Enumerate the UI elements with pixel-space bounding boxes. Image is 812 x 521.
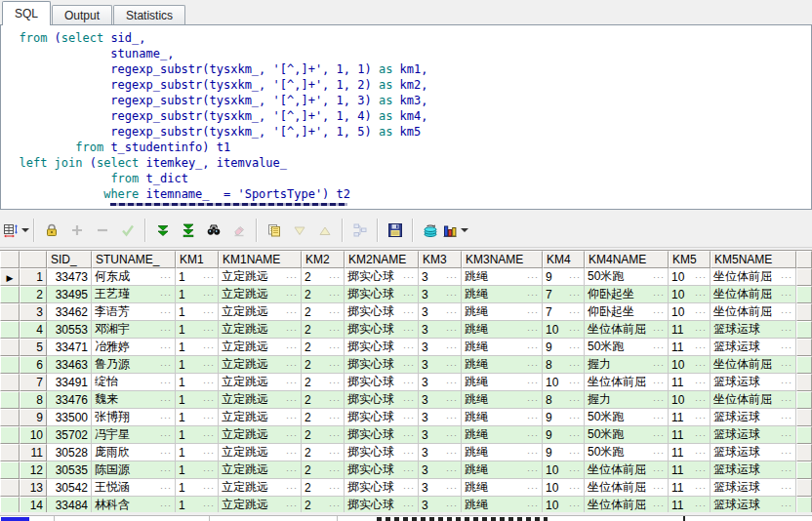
cell-sid[interactable]: 30553	[47, 321, 92, 339]
cell-browse-button[interactable]: ···	[327, 342, 341, 352]
cell-km3[interactable]: 3···	[419, 479, 462, 497]
cell-browse-button[interactable]: ···	[525, 272, 539, 282]
cell-km5[interactable]: 10···	[669, 268, 710, 286]
cell-browse-button[interactable]: ···	[693, 307, 707, 317]
cell-km3name[interactable]: 跳绳···	[462, 461, 543, 479]
chart-button[interactable]	[443, 218, 468, 243]
cell-browse-button[interactable]: ···	[444, 307, 458, 317]
fetch-all-records-button[interactable]	[176, 218, 201, 243]
cell-browse-button[interactable]: ···	[567, 360, 581, 370]
copy-export-button[interactable]	[262, 218, 287, 243]
cell-km5name[interactable]: 坐位体前屈···	[710, 391, 796, 409]
cell-browse-button[interactable]: ···	[284, 325, 298, 335]
cell-km2[interactable]: 2···	[302, 374, 345, 391]
cell-browse-button[interactable]: ···	[525, 307, 539, 317]
cell-browse-button[interactable]: ···	[779, 413, 792, 422]
cell-km1name[interactable]: 立定跳远···	[219, 461, 302, 479]
cell-km3name[interactable]: 跳绳···	[462, 479, 543, 497]
cell-km3name[interactable]: 跳绳···	[462, 409, 543, 426]
cell-stuname[interactable]: 绽怡···	[92, 374, 176, 391]
cell-browse-button[interactable]: ···	[158, 307, 172, 317]
cell-browse-button[interactable]: ···	[779, 395, 792, 405]
cell-browse-button[interactable]: ···	[327, 430, 341, 440]
cell-browse-button[interactable]: ···	[567, 272, 581, 282]
cell-km1name[interactable]: 立定跳远···	[219, 426, 302, 444]
cell-km1name[interactable]: 立定跳远···	[219, 497, 302, 512]
row-selector[interactable]	[0, 321, 20, 339]
fetch-next-page-button[interactable]	[150, 218, 176, 243]
cell-km2name[interactable]: 掷实心球···	[345, 303, 419, 321]
cell-browse-button[interactable]: ···	[567, 430, 581, 440]
cell-stuname[interactable]: 冶雅婷···	[92, 339, 176, 356]
cell-browse-button[interactable]: ···	[567, 307, 581, 317]
cell-browse-button[interactable]: ···	[284, 360, 298, 370]
cell-browse-button[interactable]: ···	[651, 430, 665, 440]
row-selector[interactable]	[0, 461, 20, 479]
cell-browse-button[interactable]: ···	[651, 272, 665, 282]
cell-browse-button[interactable]: ···	[779, 342, 792, 352]
cell-stuname[interactable]: 李语芳···	[92, 303, 176, 321]
cell-km4name[interactable]: 坐位体前屈···	[585, 461, 669, 479]
cell-km5[interactable]: 11···	[669, 461, 710, 479]
cell-stuname[interactable]: 鲁乃源···	[92, 356, 176, 374]
cell-km5name[interactable]: 篮球运球···	[710, 321, 796, 339]
cell-km2name[interactable]: 掷实心球···	[345, 374, 419, 391]
sql-code[interactable]: from (select sid_, stuname_, regexp_subs…	[1, 25, 811, 202]
column-header-km1[interactable]: KM1	[176, 251, 219, 268]
cell-browse-button[interactable]: ···	[444, 430, 458, 440]
cell-browse-button[interactable]: ···	[284, 307, 298, 317]
cell-sid[interactable]: 35702	[47, 426, 92, 444]
cell-browse-button[interactable]: ···	[693, 465, 707, 475]
cell-km4name[interactable]: 握力···	[585, 391, 669, 409]
cell-km1name[interactable]: 立定跳远···	[219, 321, 302, 339]
cell-browse-button[interactable]: ···	[444, 325, 458, 335]
cell-browse-button[interactable]: ···	[525, 290, 539, 300]
cell-browse-button[interactable]: ···	[201, 325, 215, 335]
cell-sid[interactable]: 30535	[47, 461, 92, 479]
cell-km2name[interactable]: 掷实心球···	[345, 356, 419, 374]
cell-km3name[interactable]: 跳绳···	[462, 391, 543, 409]
cell-browse-button[interactable]: ···	[693, 272, 707, 282]
cell-km2name[interactable]: 掷实心球···	[345, 321, 419, 339]
row-selector[interactable]	[0, 497, 20, 512]
cell-browse-button[interactable]: ···	[401, 483, 415, 493]
cell-km1[interactable]: 1···	[176, 444, 219, 461]
cell-browse-button[interactable]: ···	[401, 342, 415, 352]
cell-km4[interactable]: 8···	[543, 356, 585, 374]
cell-km5[interactable]: 11···	[669, 479, 710, 497]
cell-browse-button[interactable]: ···	[158, 342, 172, 352]
cell-browse-button[interactable]: ···	[158, 430, 172, 440]
cell-browse-button[interactable]: ···	[444, 465, 458, 475]
cell-browse-button[interactable]: ···	[201, 430, 215, 440]
cell-browse-button[interactable]: ···	[327, 413, 341, 422]
cell-km4[interactable]: 8···	[543, 391, 585, 409]
cell-km4name[interactable]: 50米跑···	[585, 339, 669, 356]
cell-browse-button[interactable]: ···	[525, 378, 539, 387]
cell-km3name[interactable]: 跳绳···	[462, 374, 543, 391]
cell-stuname[interactable]: 林科含···	[92, 497, 176, 512]
cell-km2name[interactable]: 掷实心球···	[345, 426, 419, 444]
cell-km2name[interactable]: 掷实心球···	[345, 479, 419, 497]
cell-km3[interactable]: 3···	[419, 303, 462, 321]
cell-browse-button[interactable]: ···	[779, 272, 792, 282]
cell-km1[interactable]: 1···	[176, 497, 219, 512]
cell-stuname[interactable]: 魏来···	[92, 391, 176, 409]
cell-browse-button[interactable]: ···	[401, 448, 415, 458]
cell-browse-button[interactable]: ···	[444, 290, 458, 300]
cell-browse-button[interactable]: ···	[651, 307, 665, 317]
cell-sid[interactable]: 33495	[47, 286, 92, 303]
cell-browse-button[interactable]: ···	[401, 307, 415, 317]
tab-statistics[interactable]: Statistics	[113, 5, 185, 25]
cell-browse-button[interactable]: ···	[693, 501, 707, 510]
cell-browse-button[interactable]: ···	[401, 290, 415, 300]
cell-km3[interactable]: 3···	[419, 497, 462, 512]
cell-browse-button[interactable]: ···	[201, 448, 215, 458]
cell-km4name[interactable]: 坐位体前屈···	[585, 374, 669, 391]
cell-browse-button[interactable]: ···	[401, 501, 415, 510]
cell-browse-button[interactable]: ···	[567, 448, 581, 458]
cell-km4[interactable]: 7···	[543, 303, 585, 321]
cell-browse-button[interactable]: ···	[693, 378, 707, 387]
cell-km3name[interactable]: 跳绳···	[462, 339, 543, 356]
cell-browse-button[interactable]: ···	[327, 272, 341, 282]
cell-km4[interactable]: 9···	[543, 426, 585, 444]
